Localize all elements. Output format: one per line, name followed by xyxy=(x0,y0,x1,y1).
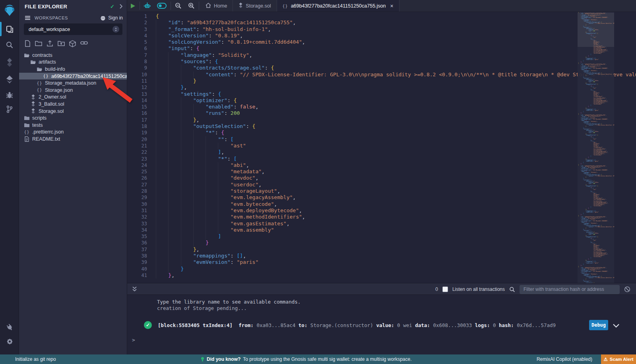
code-line-41: 41}, xyxy=(127,272,636,279)
tx-summary: [block:5583405 txIndex:4] from: 0xa03...… xyxy=(158,322,556,328)
panel-title: FILE EXPLORER xyxy=(25,4,110,10)
terminal-log-line: Type the library name to see available c… xyxy=(157,299,636,305)
minimap[interactable]: { "id": "a69b43f277ba20fcac141151250ca75… xyxy=(578,12,614,283)
workspace-sort-icon xyxy=(112,26,119,33)
sign-in-button[interactable]: Sign in xyxy=(100,15,123,21)
solidity-compiler-icon[interactable] xyxy=(0,56,19,69)
terminal[interactable]: Type the library name to see available c… xyxy=(127,295,636,354)
editor-area: HomeStorage.sol{}a69b43f277ba20fcac14115… xyxy=(127,0,636,354)
close-icon[interactable]: × xyxy=(390,3,394,9)
listen-checkbox[interactable] xyxy=(442,287,448,292)
terminal-search-icon[interactable] xyxy=(509,287,515,292)
code-editor[interactable]: 1{2"id": "a69b43f277ba20fcac141151250ca7… xyxy=(127,12,636,283)
home-icon xyxy=(206,3,211,9)
link-icon[interactable] xyxy=(80,40,88,49)
workspaces-label: WORKSPACES xyxy=(35,15,96,20)
file-toolbar xyxy=(25,40,88,49)
search-icon[interactable] xyxy=(0,38,19,52)
code-line-29: 29"evm.legacyAssembly", xyxy=(127,194,636,201)
code-line-1: 1{ xyxy=(127,13,636,19)
tree-item-label: artifacts xyxy=(39,59,56,65)
sol-icon xyxy=(238,2,243,10)
folder-open-icon xyxy=(30,60,36,64)
transaction-row[interactable]: ✓ [block:5583405 txIndex:4] from: 0xa03.… xyxy=(144,321,556,329)
tree-item-scripts[interactable]: scripts xyxy=(19,114,127,122)
settings-gear-icon[interactable] xyxy=(0,335,19,348)
deploy-run-icon[interactable] xyxy=(0,73,19,86)
code-line-35: 35] xyxy=(127,233,636,240)
workspace-select[interactable]: default_workspace xyxy=(24,23,122,35)
hamburger-menu-icon[interactable] xyxy=(25,15,31,20)
init-git-repo-button[interactable]: Initialize as git repo xyxy=(15,354,56,364)
code-line-36: 36} xyxy=(127,240,636,246)
code-line-6: 6"input": { xyxy=(127,45,636,52)
copilot-status[interactable]: RemixAI Copilot (enabled) xyxy=(537,354,592,364)
tree-item-label: README.txt xyxy=(32,136,60,142)
new-folder-icon[interactable] xyxy=(35,40,42,49)
status-bar: Initialize as git repo Did you know? To … xyxy=(0,354,636,364)
panel-collapse-chevron-icon[interactable] xyxy=(119,4,123,9)
tree-item-tests[interactable]: tests xyxy=(19,122,127,129)
code-line-31: 31"evm.deployedBytecode", xyxy=(127,207,636,214)
plugin-manager-icon[interactable] xyxy=(0,320,19,334)
tab-label: a69b43f277ba20fcac141151250ca755.json xyxy=(291,3,386,9)
code-line-3: 3"_format": "hh-sol-build-info-1", xyxy=(127,26,636,33)
tree-item-label: Storage.sol xyxy=(39,108,64,114)
tx-expand-chevron-icon[interactable] xyxy=(613,322,619,329)
tree-item-a69b43f277ba20fcac141151250ca7-[interactable]: {}a69b43f277ba20fcac141151250ca7... xyxy=(19,73,127,80)
zoom-in-icon[interactable] xyxy=(185,0,198,12)
tab-Home[interactable]: Home xyxy=(200,0,233,12)
sol-icon xyxy=(30,94,36,100)
debugger-icon[interactable] xyxy=(0,88,19,102)
code-content: 1{2"id": "a69b43f277ba20fcac141151250ca7… xyxy=(127,12,636,279)
file-explorer-icon[interactable] xyxy=(0,22,19,36)
github-icon xyxy=(100,15,106,21)
code-line-20: 20"": [ xyxy=(127,136,636,143)
code-line-17: 17}, xyxy=(127,117,636,123)
tree-item-artifacts[interactable]: artifacts xyxy=(19,59,127,66)
code-line-27: 27"userdoc", xyxy=(127,182,636,188)
code-line-21: 21"ast" xyxy=(127,143,636,149)
minimap-content: { "id": "a69b43f277ba20fcac141151250ca75… xyxy=(578,12,614,283)
terminal-collapse-icon[interactable] xyxy=(132,286,137,294)
tree-item-storage-metadata-json[interactable]: {}Storage_metadata.json xyxy=(19,79,127,87)
tree-item--prettierrc-json[interactable]: {}.prettierrc.json xyxy=(19,129,127,136)
json-icon: {} xyxy=(37,88,43,92)
tab-a69b43f277ba20fcac141151250ca755.json[interactable]: {}a69b43f277ba20fcac141151250ca755.json× xyxy=(277,0,399,12)
terminal-prompt[interactable]: > xyxy=(132,337,135,343)
terminal-log: Type the library name to see available c… xyxy=(127,295,636,312)
tabs: HomeStorage.sol{}a69b43f277ba20fcac14115… xyxy=(200,0,399,12)
tree-item-storage-sol[interactable]: Storage.sol xyxy=(19,108,127,115)
upload-file-icon[interactable] xyxy=(47,40,53,49)
library-cube-icon[interactable] xyxy=(69,40,76,49)
warning-icon: ⚠ xyxy=(604,356,608,362)
tree-item-3-ballot-sol[interactable]: 3_Ballot.sol xyxy=(19,101,127,108)
git-icon[interactable] xyxy=(0,103,19,116)
tree-item-storage-json[interactable]: {}Storage.json xyxy=(19,87,127,94)
tree-item-label: Storage_metadata.json xyxy=(45,80,96,86)
code-line-19: 19"*": { xyxy=(127,130,636,136)
transaction-filter-input[interactable] xyxy=(520,285,620,294)
ai-copilot-robot-icon[interactable] xyxy=(141,0,154,12)
tab-Storage.sol[interactable]: Storage.sol xyxy=(233,0,277,12)
tree-item-label: 2_Owner.sol xyxy=(39,94,66,100)
sol-icon xyxy=(30,101,36,107)
scam-alert-badge[interactable]: ⚠ Scam Alert xyxy=(601,354,636,364)
tree-item-2-owner-sol[interactable]: 2_Owner.sol xyxy=(19,94,127,101)
copilot-toggle[interactable] xyxy=(154,0,170,12)
remix-logo-icon[interactable] xyxy=(0,3,19,17)
tab-label: Home xyxy=(214,3,227,9)
code-line-40: 40} xyxy=(127,266,636,272)
debug-button[interactable]: Debug xyxy=(589,320,608,330)
zoom-out-icon[interactable] xyxy=(172,0,185,12)
listen-label: Listen on all transactions xyxy=(452,287,505,292)
code-line-2: 2"id": "a69b43f277ba20fcac141151250ca755… xyxy=(127,19,636,26)
new-file-icon[interactable] xyxy=(25,40,31,49)
code-line-33: 33"evm.gasEstimates", xyxy=(127,221,636,227)
upload-folder-icon[interactable] xyxy=(58,40,65,49)
tree-item-readme-txt[interactable]: README.txt xyxy=(19,136,127,143)
clear-console-icon[interactable] xyxy=(624,286,630,292)
tree-item-contracts[interactable]: contracts xyxy=(19,52,127,59)
tree-item-build-info[interactable]: build-info xyxy=(19,66,127,73)
run-script-button[interactable] xyxy=(127,0,139,12)
